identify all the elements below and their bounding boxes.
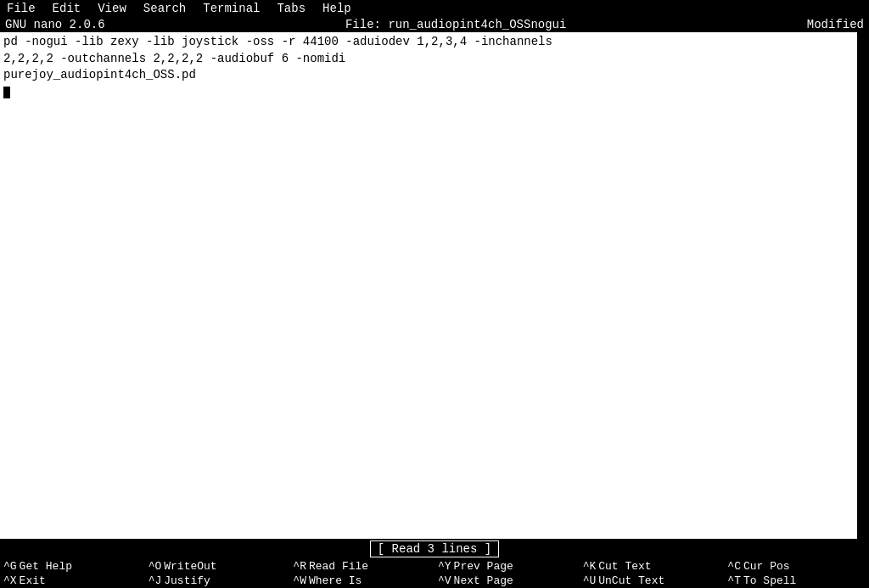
menu-view[interactable]: View xyxy=(96,2,128,15)
modified-status: Modified xyxy=(807,18,864,31)
menu-terminal[interactable]: Terminal xyxy=(201,2,261,15)
shortcut-cur-pos[interactable]: ^C Cur Pos xyxy=(724,559,869,574)
app-version: GNU nano 2.0.6 xyxy=(5,18,105,31)
file-title: File: run_audiopint4ch_OSSnogui xyxy=(105,18,807,31)
menu-help[interactable]: Help xyxy=(321,2,353,15)
shortcut-key-where-is: ^W xyxy=(293,574,306,587)
menu-tabs[interactable]: Tabs xyxy=(275,2,307,15)
shortcut-prev-page[interactable]: ^Y Prev Page xyxy=(434,559,580,574)
menu-file[interactable]: File xyxy=(5,2,37,15)
editor-line-4 xyxy=(3,84,854,101)
shortcut-key-prev-page: ^Y xyxy=(438,560,451,573)
shortcut-label-justify: Justify xyxy=(164,574,210,587)
editor[interactable]: pd -nogui -lib zexy -lib joystick -oss -… xyxy=(0,32,857,539)
editor-wrapper: pd -nogui -lib zexy -lib joystick -oss -… xyxy=(0,32,869,539)
shortcut-label-uncut-text: UnCut Text xyxy=(598,574,664,587)
shortcut-label-where-is: Where Is xyxy=(309,574,362,587)
shortcut-key-cur-pos: ^C xyxy=(727,560,741,573)
shortcut-justify[interactable]: ^J Justify xyxy=(145,574,290,588)
shortcut-cut-text[interactable]: ^K Cut Text xyxy=(580,559,725,574)
menu-edit[interactable]: Edit xyxy=(51,2,83,15)
statusbar: [ Read 3 lines ] xyxy=(0,539,869,559)
shortcut-key-writeout: ^O xyxy=(149,560,162,573)
shortcut-key-get-help: ^G xyxy=(3,560,17,573)
editor-line-2: 2,2,2,2 -outchannels 2,2,2,2 -audiobuf 6… xyxy=(3,51,854,68)
shortcut-label-exit: Exit xyxy=(20,574,46,587)
shortcut-exit[interactable]: ^X Exit xyxy=(0,574,145,588)
shortcut-key-read-file: ^R xyxy=(293,560,306,573)
editor-line-3: purejoy_audiopint4ch_OSS.pd xyxy=(3,67,854,84)
shortcut-label-cut-text: Cut Text xyxy=(598,560,651,573)
shortcut-key-to-spell: ^T xyxy=(727,574,741,587)
shortcut-key-exit: ^X xyxy=(3,574,17,587)
shortcut-writeout[interactable]: ^O WriteOut xyxy=(145,559,290,574)
menubar: File Edit View Search Terminal Tabs Help xyxy=(0,0,869,17)
shortcut-key-cut-text: ^K xyxy=(583,560,597,573)
shortcut-next-page[interactable]: ^V Next Page xyxy=(434,574,580,588)
shortcut-key-uncut-text: ^U xyxy=(583,574,597,587)
shortcut-get-help[interactable]: ^G Get Help xyxy=(0,559,145,574)
shortcut-label-get-help: Get Help xyxy=(20,560,72,573)
shortcut-uncut-text[interactable]: ^U UnCut Text xyxy=(580,574,725,588)
text-cursor xyxy=(3,87,10,98)
status-message: [ Read 3 lines ] xyxy=(370,540,499,557)
menu-search[interactable]: Search xyxy=(142,2,188,15)
scrollbar[interactable] xyxy=(857,32,869,539)
shortcut-key-justify: ^J xyxy=(149,574,162,587)
shortcut-read-file[interactable]: ^R Read File xyxy=(289,559,434,574)
shortcut-label-next-page: Next Page xyxy=(454,574,513,587)
shortcuts-bar: ^G Get Help ^O WriteOut ^R Read File ^Y … xyxy=(0,559,869,588)
shortcut-label-to-spell: To Spell xyxy=(743,574,796,587)
editor-line-1: pd -nogui -lib zexy -lib joystick -oss -… xyxy=(3,34,854,51)
shortcut-label-writeout: WriteOut xyxy=(164,560,216,573)
shortcut-label-cur-pos: Cur Pos xyxy=(743,560,790,573)
shortcut-key-next-page: ^V xyxy=(438,574,451,587)
shortcut-where-is[interactable]: ^W Where Is xyxy=(289,574,434,588)
titlebar: GNU nano 2.0.6 File: run_audiopint4ch_OS… xyxy=(0,17,869,32)
shortcut-label-prev-page: Prev Page xyxy=(454,560,513,573)
shortcut-label-read-file: Read File xyxy=(309,560,368,573)
shortcut-to-spell[interactable]: ^T To Spell xyxy=(724,574,869,588)
